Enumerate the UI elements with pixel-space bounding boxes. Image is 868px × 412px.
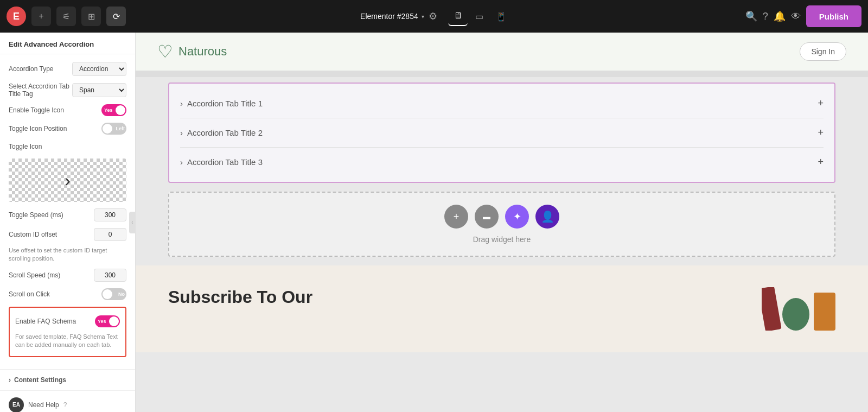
sidebar-section-accordion-type: Accordion Type Accordion Select Accordio…: [0, 54, 135, 365]
scroll-on-click-label: Scroll on Click: [9, 290, 101, 298]
help-question-icon: ?: [63, 401, 67, 409]
custom-id-offset-input[interactable]: [94, 228, 126, 241]
toggle-icon-row: Toggle Icon: [9, 138, 126, 155]
accordion-item-2[interactable]: › Accordion Tab Title 2 +: [180, 118, 824, 148]
accordion-chevron-3: ›: [180, 157, 183, 167]
topbar-center: Elementor #2854 ▾ ⚙ 🖥 ▭ 📱: [131, 7, 740, 26]
accordion-chevron-2: ›: [180, 128, 183, 137]
content-settings-chevron: ›: [9, 376, 11, 384]
toggle-speed-input[interactable]: [94, 208, 126, 221]
footer-text: Subscribe To Our: [168, 287, 762, 307]
accordion-type-label: Accordion Type: [9, 65, 72, 73]
topbar-right: 🔍 ? 🔔 👁 Publish: [745, 5, 861, 27]
preview-icon[interactable]: 👁: [791, 11, 801, 22]
custom-id-offset-label: Custom ID offset: [9, 231, 94, 238]
footer-section: Subscribe To Our: [136, 265, 868, 352]
drop-zone[interactable]: + ▬ ✦ 👤 Drag widget here: [168, 192, 835, 257]
template-icon[interactable]: ▬: [475, 205, 499, 229]
scroll-speed-label: Scroll Speed (ms): [9, 271, 94, 279]
accordion-chevron-1: ›: [180, 99, 183, 108]
sign-in-button[interactable]: Sign In: [800, 42, 846, 61]
toggle-icon-position-label: Toggle Icon Position: [9, 125, 101, 132]
logo-text: Naturous: [178, 45, 227, 59]
scroll-on-click-toggle[interactable]: No: [101, 288, 126, 300]
elementor-logo[interactable]: E: [7, 7, 26, 26]
scroll-on-click-row: Scroll on Click No: [9, 285, 126, 303]
faq-schema-label: Enable FAQ Schema: [15, 318, 95, 325]
enable-toggle-icon-row: Enable Toggle Icon Yes: [9, 101, 126, 119]
custom-id-offset-row: Custom ID offset: [9, 225, 126, 244]
enable-toggle-icon-toggle[interactable]: Yes: [101, 104, 126, 116]
faq-schema-toggle[interactable]: Yes: [95, 315, 120, 327]
ai-button[interactable]: ⟳: [106, 7, 126, 26]
enable-toggle-icon-label: Enable Toggle Icon: [9, 106, 101, 114]
toggle-icon-position-row: Toggle Icon Position Left: [9, 119, 126, 138]
tab-title-tag-select[interactable]: Span: [72, 83, 126, 97]
navigator-button[interactable]: ⚟: [56, 7, 76, 26]
desktop-view-button[interactable]: 🖥: [448, 7, 468, 26]
publish-button[interactable]: Publish: [806, 5, 861, 27]
faq-schema-hint: For saved template, FAQ Schema Text can …: [15, 331, 120, 352]
scroll-speed-input[interactable]: [94, 269, 126, 282]
toggle-icon-label: Toggle Icon: [9, 143, 126, 150]
accordion-title-3: Accordion Tab Title 3: [187, 157, 263, 167]
toggle-speed-row: Toggle Speed (ms): [9, 205, 126, 225]
spacer-top: [136, 71, 868, 77]
accordion-section: › Accordion Tab Title 1 + › Accordion Ta…: [168, 83, 835, 183]
accordion-title-2: Accordion Tab Title 2: [187, 128, 263, 137]
site-header: ♡ Naturous Sign In: [136, 33, 868, 71]
drop-zone-text: Drag widget here: [473, 235, 531, 244]
notifications-icon[interactable]: 🔔: [774, 10, 786, 22]
canvas-inner: ♡ Naturous Sign In › Accordion Tab Title…: [136, 33, 868, 352]
topbar-left: E + ⚟ ⊞ ⟳: [7, 7, 126, 26]
sidebar-collapse-handle[interactable]: ‹: [129, 212, 136, 233]
accordion-plus-1[interactable]: +: [818, 98, 824, 109]
mobile-view-button[interactable]: 📱: [492, 7, 511, 26]
accordion-plus-2[interactable]: +: [818, 127, 824, 138]
help-icon[interactable]: ?: [763, 11, 768, 22]
history-button[interactable]: ⊞: [81, 7, 101, 26]
page-title[interactable]: Elementor #2854 ▾: [360, 12, 424, 21]
search-icon[interactable]: 🔍: [745, 10, 757, 22]
site-logo: ♡ Naturous: [157, 41, 227, 62]
tablet-view-button[interactable]: ▭: [470, 7, 489, 26]
accordion-item-3[interactable]: › Accordion Tab Title 3 +: [180, 148, 824, 176]
need-help-label: Need Help: [28, 401, 59, 409]
add-widget-icon[interactable]: +: [444, 205, 468, 229]
toggle-icon-preview[interactable]: ›: [9, 159, 126, 202]
accordion-item-1[interactable]: › Accordion Tab Title 1 +: [180, 89, 824, 118]
sidebar: Edit Advanced Accordion Accordion Type A…: [0, 33, 136, 412]
main-layout: Edit Advanced Accordion Accordion Type A…: [0, 33, 868, 412]
accordion-title-1: Accordion Tab Title 1: [187, 99, 263, 108]
title-chevron: ▾: [422, 14, 424, 20]
need-help-row[interactable]: EA Need Help ?: [0, 390, 135, 412]
custom-id-hint: Use offset to set the custom ID target s…: [9, 244, 126, 265]
drop-zone-icons: + ▬ ✦ 👤: [444, 205, 559, 229]
faq-schema-row: Enable FAQ Schema Yes: [15, 312, 120, 331]
canvas: ♡ Naturous Sign In › Accordion Tab Title…: [136, 33, 868, 412]
toggle-icon-position-toggle[interactable]: Left: [101, 123, 126, 135]
ea-badge: EA: [9, 397, 24, 412]
settings-icon[interactable]: ⚙: [429, 10, 437, 22]
user-avatar-icon[interactable]: 👤: [535, 205, 559, 229]
scroll-speed-row: Scroll Speed (ms): [9, 265, 126, 285]
content-settings-label: Content Settings: [14, 376, 66, 384]
sidebar-header: Edit Advanced Accordion: [0, 33, 135, 54]
accordion-type-select[interactable]: Accordion: [72, 62, 126, 76]
content-settings-row[interactable]: › Content Settings: [0, 369, 135, 390]
topbar: E + ⚟ ⊞ ⟳ Elementor #2854 ▾ ⚙ 🖥 ▭ 📱 🔍 ? …: [0, 0, 868, 33]
accordion-plus-3[interactable]: +: [818, 156, 824, 168]
logo-icon: ♡: [157, 41, 173, 62]
tab-title-tag-row: Select Accordion Tab Title Tag Span: [9, 79, 126, 101]
add-element-button[interactable]: +: [31, 7, 51, 26]
accordion-type-row: Accordion Type Accordion: [9, 59, 126, 79]
ai-widget-icon[interactable]: ✦: [505, 205, 529, 229]
toggle-speed-label: Toggle Speed (ms): [9, 211, 94, 219]
tab-title-tag-label: Select Accordion Tab Title Tag: [9, 83, 72, 98]
view-buttons: 🖥 ▭ 📱: [448, 7, 511, 26]
faq-schema-section: Enable FAQ Schema Yes For saved template…: [9, 307, 126, 357]
